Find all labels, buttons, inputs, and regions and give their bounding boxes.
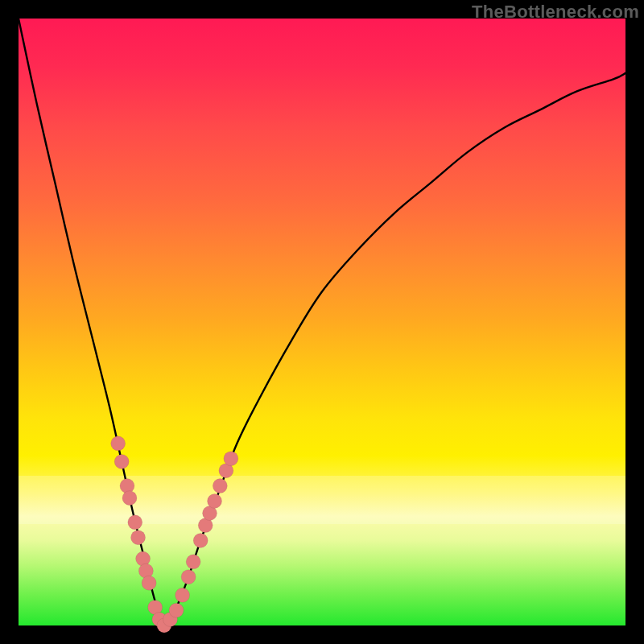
curve-marker <box>203 506 217 521</box>
curve-marker <box>219 464 233 478</box>
chart-overlay <box>19 19 625 625</box>
curve-marker <box>142 576 156 590</box>
curve-marker <box>186 555 200 569</box>
curve-marker <box>120 479 134 493</box>
curve-marker <box>208 493 222 508</box>
curve-marker <box>114 454 129 469</box>
curve-marker <box>111 436 126 451</box>
curve-marker <box>131 530 146 545</box>
plot-area <box>19 19 625 625</box>
curve-marker <box>198 518 213 533</box>
curve-marker <box>122 491 137 506</box>
curve-marker <box>152 612 167 626</box>
chart-frame: TheBottleneck.com <box>0 0 644 644</box>
curve-marker <box>169 603 184 617</box>
curve-marker <box>163 612 178 626</box>
curve-marker <box>175 588 190 602</box>
curve-marker <box>224 452 238 466</box>
curve-marker <box>148 600 163 614</box>
curve-marker <box>181 570 196 584</box>
curve-marker <box>157 618 171 633</box>
curve-marker <box>213 479 227 493</box>
watermark-text: TheBottleneck.com <box>472 2 639 23</box>
haze-band <box>19 476 625 524</box>
bottleneck-curve <box>19 19 625 625</box>
curve-marker <box>193 533 208 547</box>
curve-marker <box>136 551 151 566</box>
marker-group <box>111 436 238 633</box>
curve-marker <box>138 564 153 578</box>
curve-marker <box>128 515 142 530</box>
